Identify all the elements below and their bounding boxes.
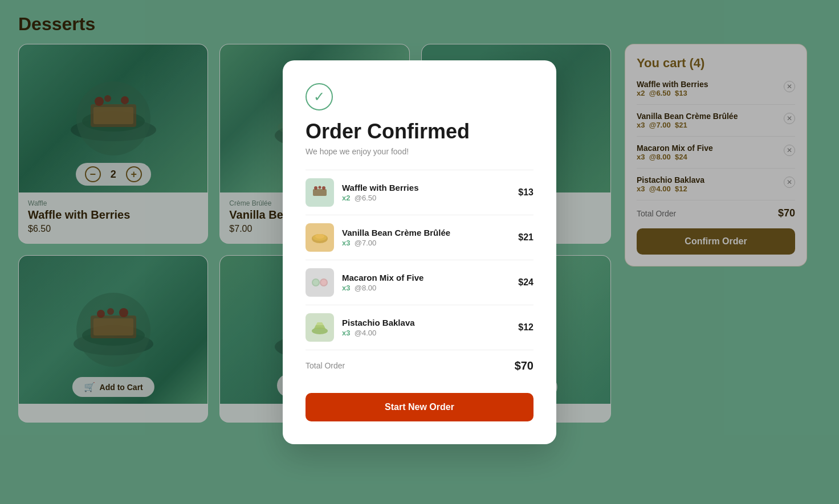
modal-item-price-3: $12: [518, 322, 533, 333]
modal-item-info-1: Vanilla Bean Crème Brûlée x3 @7.00: [342, 228, 510, 247]
svg-marker-59: [316, 322, 324, 325]
modal-item-qty-2: x3: [342, 284, 350, 292]
svg-point-49: [322, 186, 325, 190]
modal-item-info-3: Pistachio Baklava x3 @4.00: [342, 318, 510, 337]
modal-item-img-3: [306, 313, 334, 342]
start-new-order-button[interactable]: Start New Order: [306, 393, 533, 421]
modal-subtitle: We hope we enjoy your food!: [306, 147, 533, 156]
svg-point-56: [321, 280, 327, 285]
modal-item-qty-0: x2: [342, 194, 350, 202]
modal-item-unit-1: @7.00: [355, 239, 377, 247]
modal-title: Order Confirmed: [306, 120, 533, 144]
order-confirmed-modal: ✓ Order Confirmed We hope we enjoy your …: [283, 60, 556, 444]
modal-item-meta-3: x3 @4.00: [342, 329, 510, 337]
modal-item-2: Macaron Mix of Five x3 @8.00 $24: [306, 260, 533, 305]
modal-item-3: Pistachio Baklava x3 @4.00 $12: [306, 305, 533, 350]
modal-item-meta-1: x3 @7.00: [342, 239, 510, 247]
modal-item-food-icon-1: [308, 226, 331, 249]
svg-point-54: [313, 280, 319, 285]
modal-item-unit-3: @4.00: [355, 329, 377, 337]
svg-point-52: [315, 234, 324, 239]
modal-item-meta-0: x2 @6.50: [342, 194, 510, 202]
modal-item-price-0: $13: [518, 187, 533, 198]
check-symbol: ✓: [313, 89, 325, 105]
modal-item-0: Waffle with Berries x2 @6.50 $13: [306, 170, 533, 215]
modal-total-value: $70: [515, 359, 533, 372]
svg-point-48: [319, 186, 321, 189]
check-icon: ✓: [306, 83, 333, 110]
modal-item-img-1: [306, 223, 334, 252]
modal-item-img-2: [306, 268, 334, 297]
modal-item-name-1: Vanilla Bean Crème Brûlée: [342, 228, 510, 237]
modal-item-unit-2: @8.00: [355, 284, 377, 292]
modal-item-info-0: Waffle with Berries x2 @6.50: [342, 183, 510, 202]
svg-marker-58: [314, 325, 325, 329]
modal-total-label: Total Order: [306, 361, 345, 370]
modal-item-food-icon-3: [308, 316, 331, 339]
modal-item-food-icon-0: [308, 181, 331, 204]
modal-item-info-2: Macaron Mix of Five x3 @8.00: [342, 273, 510, 292]
modal-item-name-0: Waffle with Berries: [342, 183, 510, 192]
modal-overlay: ✓ Order Confirmed We hope we enjoy your …: [0, 0, 839, 504]
modal-item-meta-2: x3 @8.00: [342, 284, 510, 292]
svg-point-47: [314, 186, 317, 190]
svg-rect-46: [313, 189, 327, 196]
modal-item-name-2: Macaron Mix of Five: [342, 273, 510, 282]
modal-total-row: Total Order $70: [306, 350, 533, 382]
modal-item-price-2: $24: [518, 277, 533, 288]
modal-item-name-3: Pistachio Baklava: [342, 318, 510, 327]
modal-item-1: Vanilla Bean Crème Brûlée x3 @7.00 $21: [306, 215, 533, 260]
modal-item-qty-1: x3: [342, 239, 350, 247]
modal-item-unit-0: @6.50: [355, 194, 377, 202]
modal-item-price-1: $21: [518, 232, 533, 243]
modal-item-img-0: [306, 178, 334, 207]
modal-item-food-icon-2: [308, 271, 331, 294]
modal-items-list: Waffle with Berries x2 @6.50 $13: [306, 170, 533, 350]
modal-item-qty-3: x3: [342, 329, 350, 337]
